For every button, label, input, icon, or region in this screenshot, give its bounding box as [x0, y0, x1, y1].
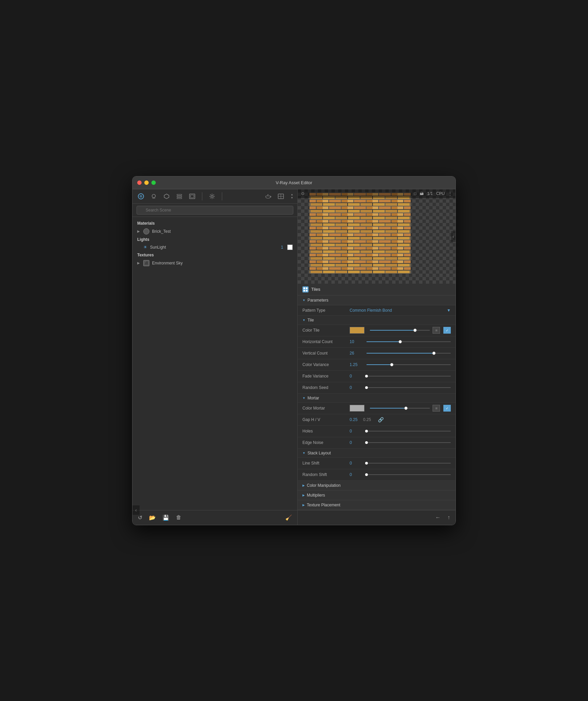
color-variance-slider[interactable]: [366, 364, 451, 365]
props-title-bar: Tiles: [298, 284, 455, 296]
light-color-box[interactable]: [287, 245, 293, 250]
lights-icon[interactable]: [149, 192, 158, 201]
random-seed-slider-area: [366, 387, 451, 388]
stack-layout-subsection-header[interactable]: ▼ Stack Layout: [298, 449, 455, 458]
svg-rect-24: [310, 193, 411, 274]
geometry-icon[interactable]: [162, 192, 171, 201]
material-icon: [143, 228, 149, 234]
list-item[interactable]: ▶ Brick_Test: [133, 227, 297, 236]
scene-tree: Materials ▶ Brick_Test Lights ☀ SunLight…: [133, 217, 297, 501]
random-seed-value[interactable]: 0: [350, 385, 366, 390]
texture-placement-label: Texture Placement: [307, 503, 340, 507]
line-shift-slider[interactable]: [366, 463, 451, 464]
parameters-section-header[interactable]: ▼ Parameters: [298, 296, 455, 305]
horizontal-count-slider-area: [366, 341, 451, 342]
list-item[interactable]: ☀ SunLight 1: [133, 243, 297, 251]
right-bottom-toolbar: ← ↑: [298, 510, 455, 525]
random-shift-value[interactable]: 0: [350, 472, 366, 477]
svg-rect-7: [177, 196, 182, 197]
edge-noise-row: Edge Noise 0: [298, 437, 455, 449]
preview-more-icon[interactable]: ⋮: [448, 191, 452, 196]
color-tile-swatch[interactable]: [350, 327, 364, 334]
line-shift-label: Line Shift: [302, 461, 350, 466]
color-tile-label: Color Tile: [302, 328, 350, 333]
mortar-subsection-header[interactable]: ▼ Mortar: [298, 394, 455, 403]
vertical-count-value[interactable]: 26: [350, 351, 366, 356]
gap-h-value[interactable]: 0.25: [350, 417, 363, 422]
texture-placement-section[interactable]: ▶ Texture Placement: [298, 500, 455, 510]
color-variance-value[interactable]: 1.25: [350, 362, 366, 367]
mortar-collapse-arrow: ▼: [302, 396, 305, 400]
color-tile-slider[interactable]: [370, 330, 430, 331]
holes-label: Holes: [302, 429, 350, 433]
toolbar-divider2: [222, 192, 222, 200]
vertical-count-slider[interactable]: [366, 353, 451, 354]
link-icon[interactable]: 🔗: [378, 417, 384, 422]
pattern-type-label: Pattern Type: [302, 308, 350, 313]
color-manipulation-section[interactable]: ▶ Color Manipulation: [298, 481, 455, 490]
color-tile-swatch-btn[interactable]: ⊞: [433, 327, 440, 334]
preview-environment-icon[interactable]: 🏔: [420, 191, 424, 196]
holes-value[interactable]: 0: [350, 429, 366, 433]
line-shift-value[interactable]: 0: [350, 461, 366, 466]
viewport-icon[interactable]: [276, 192, 285, 201]
holes-slider[interactable]: [366, 431, 451, 431]
multipliers-section[interactable]: ▶ Multipliers: [298, 490, 455, 500]
render-settings-icon[interactable]: [188, 192, 197, 201]
color-tile-check-btn[interactable]: ✓: [443, 327, 451, 334]
gap-v-value[interactable]: 0.25: [363, 417, 377, 422]
pattern-type-value[interactable]: Common Flemish Bond: [350, 308, 447, 313]
preview-square-icon[interactable]: □: [414, 191, 416, 196]
delete-icon[interactable]: 🗑: [176, 514, 181, 521]
list-item[interactable]: ▶ ⬛ Environment Sky: [133, 259, 297, 268]
layers-icon[interactable]: [175, 192, 184, 201]
maximize-button[interactable]: [151, 180, 156, 185]
save-icon[interactable]: 💾: [163, 514, 169, 521]
right-panel-collapse[interactable]: ‹: [451, 231, 455, 242]
random-seed-label: Random Seed: [302, 385, 350, 390]
search-input[interactable]: [137, 206, 293, 215]
line-shift-row: Line Shift 0: [298, 458, 455, 469]
preview-target-icon: ⊙: [301, 191, 304, 196]
back-icon[interactable]: ←: [435, 514, 441, 521]
edge-noise-slider-area: [366, 442, 451, 443]
fade-variance-value[interactable]: 0: [350, 374, 366, 378]
open-icon[interactable]: 📂: [149, 514, 156, 521]
edge-noise-value[interactable]: 0: [350, 440, 366, 445]
color-mortar-check-btn[interactable]: ✓: [443, 405, 451, 412]
materials-icon[interactable]: [137, 192, 145, 201]
color-mortar-slider[interactable]: [370, 408, 430, 409]
right-panel: ⊙ □ 🏔 1/1 CPU ⋮: [298, 189, 455, 525]
color-manipulation-arrow: ▶: [302, 484, 305, 487]
fade-variance-slider[interactable]: [366, 376, 451, 376]
tile-subsection-header[interactable]: ▼ Tile: [298, 316, 455, 325]
random-shift-slider[interactable]: [366, 474, 451, 475]
forward-icon[interactable]: ↑: [447, 514, 450, 521]
preview-cpu-label: CPU: [436, 191, 445, 196]
preview-header: ⊙ □ 🏔 1/1 CPU ⋮: [298, 189, 455, 198]
color-variance-slider-area: [366, 364, 451, 365]
svg-point-2: [152, 194, 155, 198]
dropdown-arrow[interactable]: ▼: [447, 308, 451, 313]
horizontal-count-slider[interactable]: [366, 341, 451, 342]
horizontal-count-value[interactable]: 10: [350, 339, 366, 344]
edge-noise-slider[interactable]: [366, 442, 451, 443]
tile-section-label: Tile: [307, 318, 314, 323]
minimize-button[interactable]: [144, 180, 149, 185]
color-mortar-controls: ⊞ ✓: [350, 405, 451, 412]
brick-preview: [298, 189, 422, 277]
teapot-icon[interactable]: [264, 192, 272, 201]
close-button[interactable]: [137, 180, 142, 185]
color-mortar-swatch-btn[interactable]: ⊞: [433, 405, 440, 412]
fade-variance-label: Fade Variance: [302, 374, 350, 378]
new-asset-icon[interactable]: ↺: [138, 514, 142, 521]
vertical-count-label: Vertical Count: [302, 351, 350, 356]
settings-icon[interactable]: [208, 192, 216, 201]
clean-icon[interactable]: 🧹: [285, 514, 292, 521]
left-collapse-button[interactable]: ‹: [133, 505, 140, 515]
color-manipulation-label: Color Manipulation: [307, 483, 341, 488]
random-seed-slider[interactable]: [366, 387, 451, 388]
svg-rect-27: [303, 290, 305, 291]
color-mortar-swatch[interactable]: [350, 405, 364, 412]
random-seed-row: Random Seed 0: [298, 382, 455, 394]
